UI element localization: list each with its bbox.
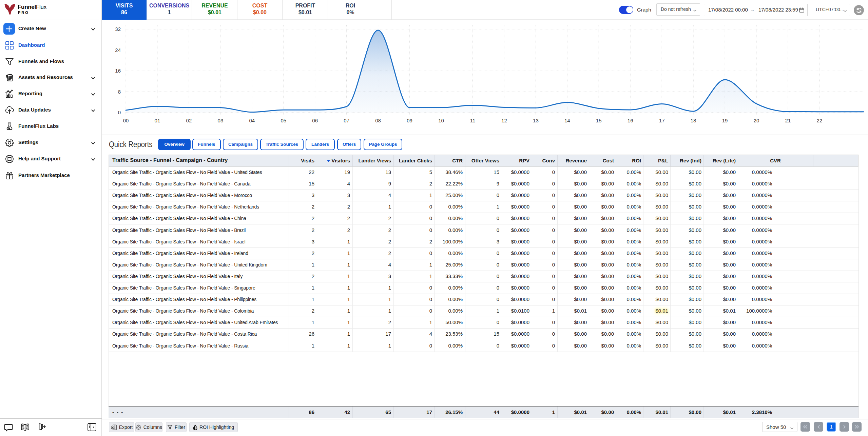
svg-text:21: 21 — [785, 118, 791, 123]
svg-text:32: 32 — [115, 26, 121, 32]
svg-text:05: 05 — [281, 118, 286, 123]
svg-text:0: 0 — [118, 110, 121, 115]
svg-text:13: 13 — [533, 118, 539, 123]
svg-text:20: 20 — [754, 118, 759, 123]
svg-text:16: 16 — [628, 118, 633, 123]
svg-text:8: 8 — [118, 89, 121, 95]
svg-text:16: 16 — [115, 68, 121, 74]
svg-text:04: 04 — [249, 118, 255, 123]
svg-text:06: 06 — [312, 118, 318, 123]
svg-text:10: 10 — [438, 118, 444, 123]
svg-text:11: 11 — [470, 118, 476, 123]
svg-text:19: 19 — [722, 118, 728, 123]
svg-text:18: 18 — [691, 118, 696, 123]
svg-text:22: 22 — [817, 118, 823, 123]
svg-text:15: 15 — [596, 118, 602, 123]
svg-text:00: 00 — [123, 118, 129, 123]
svg-text:08: 08 — [375, 118, 381, 123]
svg-text:02: 02 — [186, 118, 192, 123]
svg-text:12: 12 — [501, 118, 507, 123]
svg-text:01: 01 — [155, 118, 160, 123]
svg-text:24: 24 — [115, 47, 121, 53]
svg-text:03: 03 — [218, 118, 224, 123]
svg-text:09: 09 — [407, 118, 412, 123]
svg-text:17: 17 — [659, 118, 665, 123]
svg-text:14: 14 — [564, 118, 570, 123]
svg-text:07: 07 — [344, 118, 349, 123]
